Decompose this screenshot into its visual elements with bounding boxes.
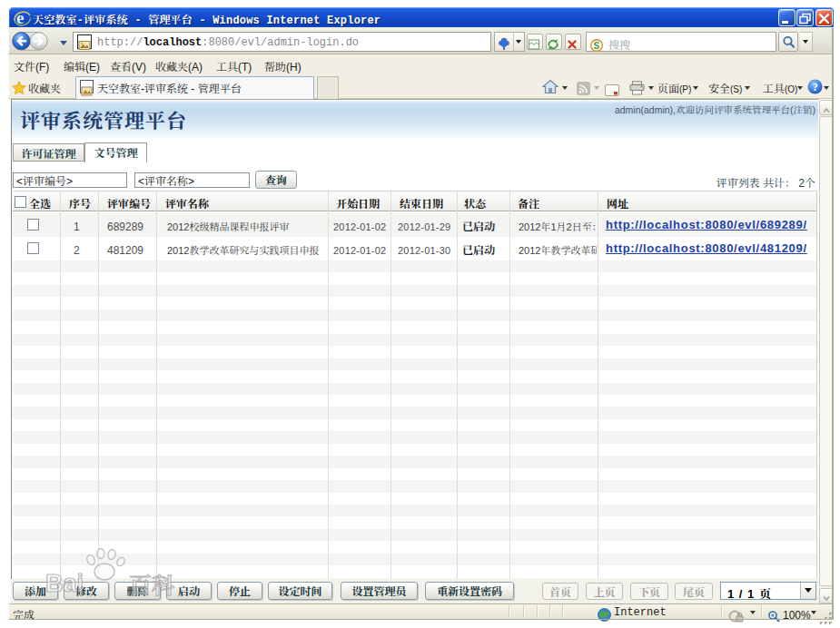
svg-text:S: S [594,41,600,51]
svg-text:?: ? [813,81,818,93]
svg-text:百科: 百科 [129,567,174,600]
svg-text:Bai: Bai [45,570,84,597]
